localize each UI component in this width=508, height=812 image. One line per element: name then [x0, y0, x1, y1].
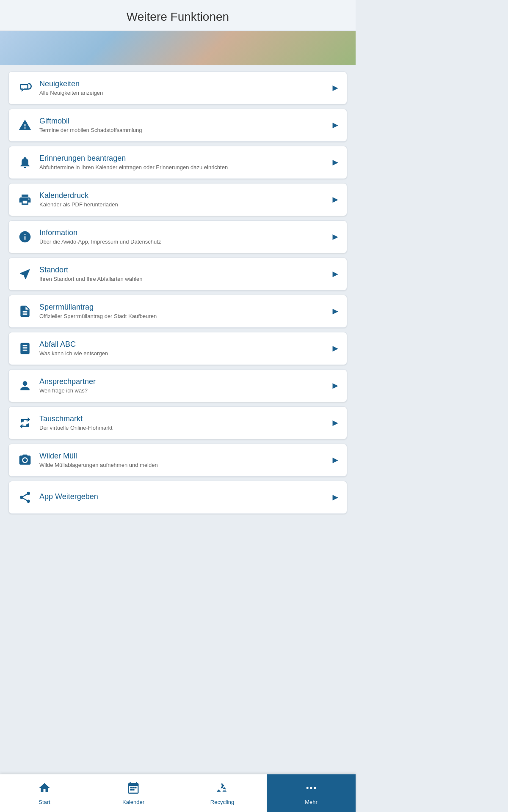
menu-title-wilder-mull: Wilder Müll	[39, 452, 327, 461]
menu-subtitle-information: Über die Awido-App, Impressum und Datens…	[39, 239, 327, 246]
arrow-icon-giftmobil: ►	[331, 120, 340, 131]
camera-icon	[16, 451, 34, 469]
svg-rect-5	[133, 787, 135, 788]
menu-item-ansprechpartner[interactable]: Ansprechpartner Wen frage ich was? ►	[8, 369, 347, 402]
menu-text-sperrmull: Sperrmüllantrag Offizieller Sperrmüllant…	[34, 303, 327, 320]
menu-title-app-weitergeben: App Weitergeben	[39, 492, 327, 501]
menu-subtitle-tauschmarkt: Der virtuelle Online-Flohmarkt	[39, 425, 327, 432]
menu-subtitle-sperrmull: Offizieller Sperrmüllantrag der Stadt Ka…	[39, 313, 327, 320]
menu-subtitle-standort: Ihren Standort und Ihre Abfallarten wähl…	[39, 276, 327, 283]
menu-title-sperrmull: Sperrmüllantrag	[39, 303, 327, 312]
svg-point-9	[306, 787, 309, 789]
menu-subtitle-ansprechpartner: Wen frage ich was?	[39, 387, 327, 395]
menu-subtitle-kalenderdruck: Kalender als PDF herunterladen	[39, 201, 327, 208]
menu-item-sperrmull[interactable]: Sperrmüllantrag Offizieller Sperrmüllant…	[8, 295, 347, 328]
exchange-icon	[16, 414, 34, 432]
person-icon	[16, 376, 34, 395]
printer-icon	[16, 190, 34, 209]
svg-point-0	[22, 420, 24, 422]
menu-subtitle-abfall-abc: Was kann ich wie entsorgen	[39, 350, 327, 357]
dots-icon	[305, 782, 318, 797]
menu-title-neuigkeiten: Neuigkeiten	[39, 80, 327, 88]
svg-rect-8	[133, 789, 135, 790]
svg-rect-6	[135, 787, 137, 788]
menu-text-information: Information Über die Awido-App, Impressu…	[34, 228, 327, 246]
share-icon	[16, 488, 34, 507]
menu-item-abfall-abc[interactable]: Abfall ABC Was kann ich wie entsorgen ►	[8, 332, 347, 365]
menu-text-tauschmarkt: Tauschmarkt Der virtuelle Online-Flohmar…	[34, 414, 327, 432]
recycle-icon	[216, 782, 229, 797]
menu-text-standort: Standort Ihren Standort und Ihre Abfalla…	[34, 266, 327, 283]
menu-text-erinnerungen: Erinnerungen beantragen Abfuhrtermine in…	[34, 154, 327, 171]
menu-title-tauschmarkt: Tauschmarkt	[39, 414, 327, 423]
book-icon	[16, 339, 34, 358]
svg-point-11	[314, 787, 316, 789]
menu-item-tauschmarkt[interactable]: Tauschmarkt Der virtuelle Online-Flohmar…	[8, 406, 347, 439]
menu-item-neuigkeiten[interactable]: Neuigkeiten Alle Neuigkeiten anzeigen ►	[8, 71, 347, 104]
arrow-icon-app-weitergeben: ►	[331, 492, 340, 503]
menu-text-wilder-mull: Wilder Müll Wilde Müllablagerungen aufne…	[34, 452, 327, 469]
svg-point-1	[26, 424, 28, 426]
nav-item-recycling[interactable]: Recycling	[178, 774, 267, 812]
menu-subtitle-giftmobil: Termine der mobilen Schadstoffsammlung	[39, 127, 327, 134]
page-header: Weitere Funktionen	[0, 0, 356, 31]
svg-rect-7	[130, 789, 133, 790]
bottom-navigation: Start Kalender Recycling	[0, 774, 356, 812]
menu-subtitle-erinnerungen: Abfuhrtermine in Ihren Kalender eintrage…	[39, 164, 327, 171]
svg-point-3	[26, 420, 28, 422]
menu-title-information: Information	[39, 228, 327, 237]
menu-subtitle-neuigkeiten: Alle Neuigkeiten anzeigen	[39, 90, 327, 97]
arrow-icon-tauschmarkt: ►	[331, 417, 340, 428]
arrow-icon-sperrmull: ►	[331, 306, 340, 317]
svg-point-10	[310, 787, 312, 789]
arrow-icon-abfall-abc: ►	[331, 343, 340, 354]
page-title: Weitere Funktionen	[7, 10, 349, 24]
menu-item-kalenderdruck[interactable]: Kalenderdruck Kalender als PDF herunterl…	[8, 183, 347, 216]
megaphone-icon	[16, 79, 34, 97]
bell-icon	[16, 153, 34, 172]
arrow-icon-neuigkeiten: ►	[331, 82, 340, 93]
svg-rect-4	[130, 787, 133, 788]
background-image	[0, 31, 356, 65]
menu-title-erinnerungen: Erinnerungen beantragen	[39, 154, 327, 163]
menu-title-abfall-abc: Abfall ABC	[39, 340, 327, 349]
menu-title-ansprechpartner: Ansprechpartner	[39, 377, 327, 386]
arrow-icon-standort: ►	[331, 269, 340, 280]
home-icon	[38, 782, 51, 797]
nav-item-start[interactable]: Start	[0, 774, 89, 812]
menu-text-abfall-abc: Abfall ABC Was kann ich wie entsorgen	[34, 340, 327, 357]
arrow-icon-erinnerungen: ►	[331, 157, 340, 168]
menu-item-information[interactable]: Information Über die Awido-App, Impressu…	[8, 220, 347, 253]
menu-subtitle-wilder-mull: Wilde Müllablagerungen aufnehmen und mel…	[39, 462, 327, 469]
menu-text-kalenderdruck: Kalenderdruck Kalender als PDF herunterl…	[34, 191, 327, 208]
menu-item-wilder-mull[interactable]: Wilder Müll Wilde Müllablagerungen aufne…	[8, 444, 347, 477]
nav-label-kalender: Kalender	[122, 799, 144, 805]
menu-list: Neuigkeiten Alle Neuigkeiten anzeigen ► …	[0, 65, 356, 567]
location-icon	[16, 265, 34, 283]
info-icon	[16, 228, 34, 246]
svg-point-2	[22, 424, 24, 426]
arrow-icon-wilder-mull: ►	[331, 455, 340, 466]
menu-title-standort: Standort	[39, 266, 327, 274]
warning-icon	[16, 116, 34, 134]
nav-label-recycling: Recycling	[210, 799, 234, 805]
nav-item-mehr[interactable]: Mehr	[267, 774, 356, 812]
menu-text-app-weitergeben: App Weitergeben	[34, 492, 327, 502]
menu-title-kalenderdruck: Kalenderdruck	[39, 191, 327, 200]
menu-text-ansprechpartner: Ansprechpartner Wen frage ich was?	[34, 377, 327, 395]
nav-item-kalender[interactable]: Kalender	[89, 774, 178, 812]
menu-item-standort[interactable]: Standort Ihren Standort und Ihre Abfalla…	[8, 258, 347, 291]
menu-item-erinnerungen[interactable]: Erinnerungen beantragen Abfuhrtermine in…	[8, 146, 347, 179]
nav-label-start: Start	[39, 799, 50, 805]
arrow-icon-information: ►	[331, 231, 340, 242]
menu-text-giftmobil: Giftmobil Termine der mobilen Schadstoff…	[34, 117, 327, 134]
arrow-icon-ansprechpartner: ►	[331, 380, 340, 391]
menu-item-app-weitergeben[interactable]: App Weitergeben ►	[8, 481, 347, 514]
menu-text-neuigkeiten: Neuigkeiten Alle Neuigkeiten anzeigen	[34, 80, 327, 97]
nav-label-mehr: Mehr	[305, 799, 318, 805]
menu-item-giftmobil[interactable]: Giftmobil Termine der mobilen Schadstoff…	[8, 109, 347, 142]
menu-title-giftmobil: Giftmobil	[39, 117, 327, 126]
arrow-icon-kalenderdruck: ►	[331, 194, 340, 205]
document-icon	[16, 302, 34, 321]
calendar-icon	[127, 782, 140, 797]
